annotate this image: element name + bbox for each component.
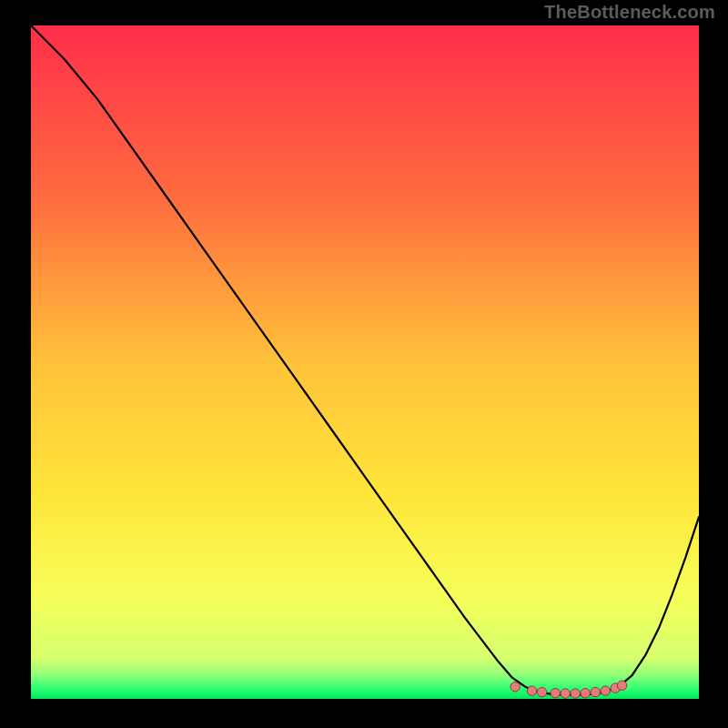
minimum-marker [601, 686, 610, 695]
minimum-marker [561, 689, 570, 698]
gradient-background [31, 25, 699, 699]
minimum-marker [511, 682, 520, 691]
minimum-marker [591, 687, 600, 696]
minimum-marker [527, 686, 536, 695]
plot-area [31, 25, 699, 699]
minimum-marker [551, 689, 560, 698]
minimum-marker [571, 689, 580, 698]
chart-canvas: TheBottleneck.com [0, 0, 728, 728]
minimum-marker [581, 689, 590, 698]
minimum-marker [537, 687, 546, 696]
minimum-marker [617, 681, 626, 690]
watermark-text: TheBottleneck.com [544, 2, 715, 23]
plot-svg [31, 25, 699, 699]
